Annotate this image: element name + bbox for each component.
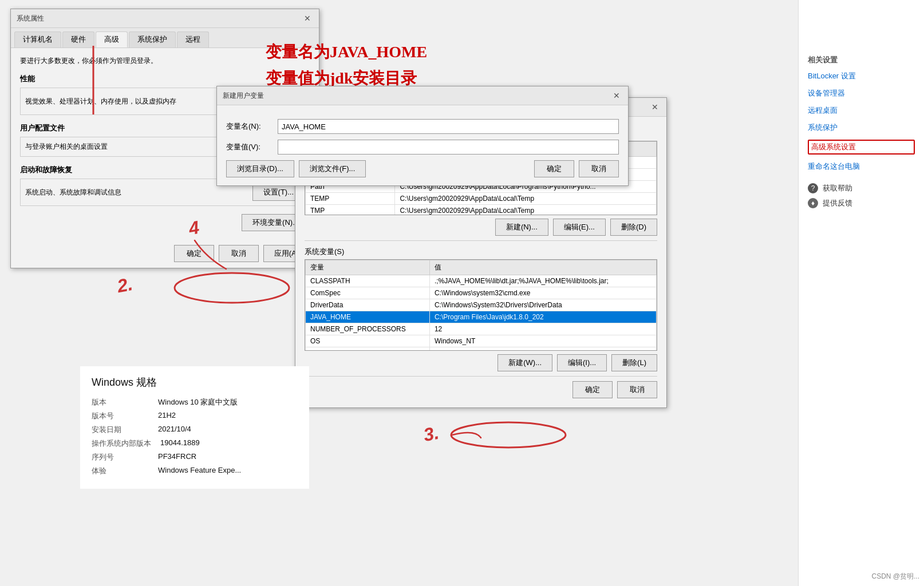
right-link-remote[interactable]: 远程桌面	[808, 105, 915, 116]
sys-var-row[interactable]: OSWindows_NT	[306, 335, 657, 347]
sys-var-row[interactable]: CLASSPATH.;%JAVA_HOME%\lib\dt.jar;%JAVA_…	[306, 275, 657, 287]
var-name-row: 变量名(N):	[226, 119, 619, 134]
tab-advanced[interactable]: 高级	[96, 31, 128, 47]
info-row: 版本号21H2	[92, 411, 298, 421]
tab-sysprotect[interactable]: 系统保护	[129, 31, 176, 47]
sys-props-tabs: 计算机名 硬件 高级 系统保护 远程	[11, 28, 319, 48]
info-label: 体验	[92, 466, 149, 476]
env-cancel-btn[interactable]: 取消	[617, 381, 657, 398]
info-row: 序列号PF34FRCR	[92, 452, 298, 462]
feedback-icon: ♦	[808, 198, 818, 208]
var-value-row: 变量值(V):	[226, 140, 619, 155]
sys-var-row[interactable]: ComSpecC:\Windows\system32\cmd.exe	[306, 287, 657, 299]
sys-var-row[interactable]: DriverDataC:\Windows\System32\Drivers\Dr…	[306, 299, 657, 311]
info-value: 21H2	[158, 411, 176, 421]
sys-var-value: Windows_NT	[429, 335, 656, 347]
sys-var-name: DriverData	[306, 299, 430, 311]
info-row: 安装日期2021/10/4	[92, 425, 298, 435]
right-link-devmgr[interactable]: 设备管理器	[808, 88, 915, 98]
info-row: 操作系统内部版本19044.1889	[92, 438, 298, 449]
info-label: 序列号	[92, 452, 149, 462]
user-var-value: C:\Users\gm20020929\AppData\Local\Temp	[395, 205, 657, 216]
sys-var-value: 12	[429, 323, 656, 335]
userprofile-desc: 与登录账户相关的桌面设置	[25, 142, 108, 151]
annotation-num2: 2.	[116, 274, 135, 297]
sys-col-value: 值	[429, 260, 656, 275]
sys-col-name: 变量	[306, 260, 430, 275]
sys-var-row[interactable]: JAVA_HOMEC:\Program Files\Java\jdk1.8.0_…	[306, 311, 657, 323]
tab-remote[interactable]: 远程	[177, 31, 209, 47]
help-item[interactable]: ? 获取帮助	[808, 183, 915, 193]
right-link-rename[interactable]: 重命名这台电脑	[808, 161, 915, 172]
user-var-row[interactable]: TMPC:\Users\gm20020929\AppData\Local\Tem…	[306, 205, 657, 216]
tab-hardware[interactable]: 硬件	[62, 31, 94, 47]
sys-var-name: NUMBER_OF_PROCESSORS	[306, 323, 430, 335]
sys-props-title: 系统属性	[17, 14, 44, 23]
user-var-name: TMP	[306, 205, 395, 216]
sys-vars-table-container[interactable]: 变量 值 CLASSPATH.;%JAVA_HOME%\lib\dt.jar;%…	[305, 259, 657, 351]
user-var-row[interactable]: TEMPC:\Users\gm20020929\AppData\Local\Te…	[306, 193, 657, 205]
admin-note: 要进行大多数更改，你必须作为管理员登录。	[20, 56, 310, 66]
sys-props-ok-btn[interactable]: 确定	[174, 245, 214, 262]
env-ok-btn[interactable]: 确定	[572, 381, 613, 398]
browse-file-btn[interactable]: 浏览文件(F)...	[299, 160, 366, 177]
env-vars-close[interactable]: ✕	[649, 101, 661, 113]
sys-delete-btn[interactable]: 删除(L)	[611, 354, 657, 371]
sys-var-name: CLASSPATH	[306, 275, 430, 287]
right-section-title: 相关设置	[808, 55, 915, 65]
info-row: 版本Windows 10 家庭中文版	[92, 397, 298, 407]
sys-edit-btn[interactable]: 编辑(I)...	[557, 354, 607, 371]
sys-vars-label: 系统变量(S)	[305, 247, 657, 257]
browse-dir-btn[interactable]: 浏览目录(D)...	[226, 160, 294, 177]
feedback-item[interactable]: ♦ 提供反馈	[808, 198, 915, 208]
info-value: Windows 10 家庭中文版	[158, 397, 238, 407]
performance-label: 性能	[20, 74, 310, 84]
info-value: PF34FRCR	[158, 452, 196, 462]
info-value: 19044.1889	[160, 438, 200, 449]
info-label: 版本	[92, 397, 149, 407]
var-value-label: 变量值(V):	[226, 142, 272, 152]
env-final-btns: 确定 取消	[305, 381, 657, 398]
sys-var-value: C:\Windows\System32\Drivers\DriverData	[429, 299, 656, 311]
startup-desc: 系统启动、系统故障和调试信息	[25, 188, 121, 197]
svg-point-1	[451, 422, 566, 448]
right-link-sysprotect[interactable]: 系统保护	[808, 122, 915, 133]
sys-var-value: .;%JAVA_HOME%\lib\dt.jar;%JAVA_HOME%\lib…	[429, 275, 656, 287]
tab-computername[interactable]: 计算机名	[14, 31, 61, 47]
right-link-advanced[interactable]: 高级系统设置	[808, 140, 915, 155]
svg-point-0	[175, 273, 289, 303]
windows-spec-title: Windows 规格	[92, 375, 298, 389]
right-link-bitlocker[interactable]: BitLocker 设置	[808, 71, 915, 81]
user-var-name: TEMP	[306, 193, 395, 205]
new-var-title: 新建用户变量	[223, 91, 264, 101]
sys-var-name: JAVA_HOME	[306, 311, 430, 323]
new-var-close[interactable]: ✕	[611, 90, 622, 101]
sys-var-row[interactable]: NUMBER_OF_PROCESSORS12	[306, 323, 657, 335]
help-icon: ?	[808, 183, 818, 193]
user-edit-btn[interactable]: 编辑(E)...	[553, 219, 606, 236]
var-value-input[interactable]	[278, 140, 619, 155]
sys-var-row[interactable]: path%JAVA_HOME%\bin;D:\development\scala…	[306, 347, 657, 351]
new-var-dialog: 新建用户变量 ✕ 变量名(N): 变量值(V): 浏览目录(D)... 浏览文件…	[216, 86, 629, 186]
sys-props-cancel-btn[interactable]: 取消	[219, 245, 259, 262]
bottom-info-panel: Windows 规格 版本Windows 10 家庭中文版版本号21H2安装日期…	[80, 366, 309, 489]
browse-btn-row: 浏览目录(D)... 浏览文件(F)... 确定 取消	[226, 160, 619, 177]
newvar-ok-btn[interactable]: 确定	[534, 160, 574, 177]
sys-props-close[interactable]: ✕	[302, 13, 313, 24]
var-name-input[interactable]	[278, 119, 619, 134]
sys-props-btn-row: 确定 取消 应用(A)	[11, 239, 319, 268]
sys-props-titlebar: 系统属性 ✕	[11, 9, 319, 28]
info-label: 操作系统内部版本	[92, 438, 151, 449]
sys-var-value: C:\Program Files\Java\jdk1.8.0_202	[429, 311, 656, 323]
info-row: 体验Windows Feature Expe...	[92, 466, 298, 476]
info-label: 版本号	[92, 411, 149, 421]
csdn-watermark: CSDN @贫明...	[871, 572, 919, 581]
user-new-btn[interactable]: 新建(N)...	[495, 219, 548, 236]
feedback-label: 提供反馈	[823, 198, 852, 208]
sys-new-btn[interactable]: 新建(W)...	[497, 354, 552, 371]
newvar-cancel-btn[interactable]: 取消	[579, 160, 619, 177]
sys-var-value: %JAVA_HOME%\bin;D:\development\scala\sca…	[429, 347, 656, 351]
info-value: 2021/10/4	[158, 425, 191, 435]
annotation-num3: 3.	[422, 422, 441, 446]
user-delete-btn[interactable]: 删除(D)	[610, 219, 657, 236]
